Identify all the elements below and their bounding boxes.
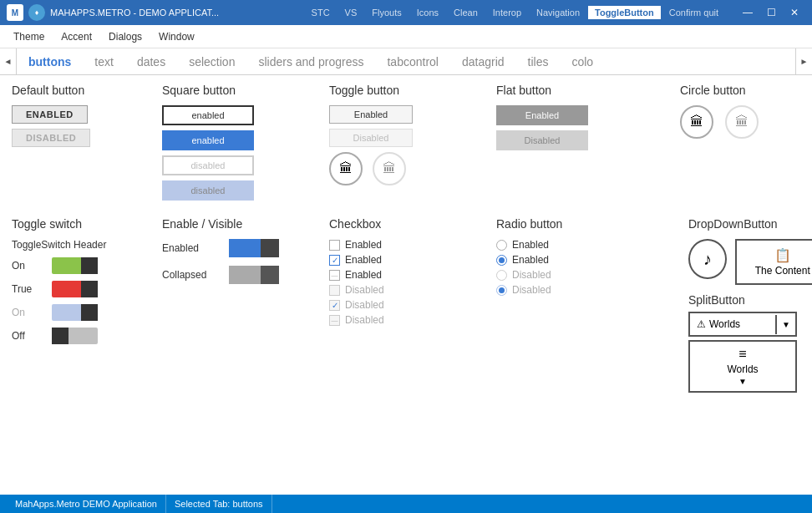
toggle-label-1: On	[12, 260, 45, 272]
split-btn-arrow-1[interactable]: ▼	[775, 315, 795, 334]
tab-confirm-quit[interactable]: Confirm quit	[662, 6, 725, 19]
tab-buttons[interactable]: buttons	[17, 48, 83, 75]
circle-btn2: 🏛	[725, 105, 759, 139]
tab-tiles[interactable]: tiles	[516, 48, 561, 75]
radio-button-section: Radio button Enabled Enabled Disabled Di…	[496, 214, 680, 393]
statusbar-app: MahApps.Metro DEMO Application	[7, 495, 166, 513]
tab-dates[interactable]: dates	[125, 48, 177, 75]
radio-1[interactable]	[496, 240, 507, 251]
tab-interop[interactable]: Interop	[486, 6, 528, 19]
tab-vs[interactable]: VS	[338, 6, 364, 19]
toggle-knob-4	[52, 328, 69, 344]
maximize-button[interactable]: ☐	[760, 4, 782, 21]
toggle-enabled[interactable]: Enabled	[329, 105, 413, 124]
square-button-section: Square button enabled enabled disabled d…	[162, 84, 329, 214]
square-enabled2[interactable]: enabled	[162, 130, 254, 150]
checkbox-3[interactable]	[329, 270, 340, 281]
radio-label-2: Enabled	[512, 254, 549, 266]
worlds-icon: ≡	[695, 347, 790, 362]
enable-row-1: Enabled	[162, 239, 321, 257]
statusbar: MahApps.Metro DEMO Application Selected …	[0, 495, 812, 513]
checkbox-row-2: Enabled	[329, 254, 488, 266]
toggle-knob-2	[81, 281, 98, 297]
square-disabled1: disabled	[162, 155, 254, 175]
enable-toggle-1[interactable]	[229, 239, 279, 257]
toggle-darkgray-part	[261, 266, 279, 284]
radio-row-3: Disabled	[496, 269, 672, 281]
dropdown-button-title: DropDownButton	[688, 217, 812, 231]
menubar: Theme Accent Dialogs Window	[0, 25, 812, 48]
square-button-title: Square button	[162, 84, 321, 97]
checkbox-1[interactable]	[329, 240, 340, 251]
circle-btn1[interactable]: 🏛	[680, 105, 713, 139]
tab-clean[interactable]: Clean	[447, 6, 485, 19]
square-enabled1[interactable]: enabled	[162, 105, 254, 125]
enable-label-2: Collapsed	[162, 269, 221, 281]
scroll-tabs: buttons text dates selection sliders and…	[17, 48, 795, 75]
split-button-title: SplitButton	[688, 293, 812, 307]
scroll-tabs-container: ◄ buttons text dates selection sliders a…	[0, 48, 812, 75]
main-content: Default button ENABLED DISABLED Square b…	[0, 75, 812, 495]
toggle-switch-2[interactable]	[52, 281, 98, 297]
menu-accent[interactable]: Accent	[54, 28, 99, 46]
toggle-switch-4[interactable]	[52, 328, 98, 344]
enable-toggle-2[interactable]	[229, 266, 279, 284]
tab-selection[interactable]: selection	[177, 48, 246, 75]
split-button-1[interactable]: ⚠ Worlds ▼	[688, 312, 797, 337]
dropdown-content-button[interactable]: 📋 The Content	[735, 239, 812, 285]
checkbox-row-3: Enabled	[329, 269, 488, 281]
radio-2[interactable]	[496, 255, 507, 266]
tab-datagrid[interactable]: datagrid	[450, 48, 516, 75]
toggle-switch-1[interactable]	[52, 257, 98, 274]
cb-label-3: Enabled	[345, 269, 382, 281]
minimize-button[interactable]: —	[737, 4, 759, 21]
tab-togglebutton[interactable]: ToggleButton	[588, 6, 661, 19]
toggle-button-title: Toggle button	[329, 84, 488, 97]
radio-3	[496, 270, 507, 281]
toggle-icon-btn2: 🏛	[373, 152, 406, 185]
tab-flyouts[interactable]: Flyouts	[365, 6, 408, 19]
flat-enabled[interactable]: Enabled	[496, 105, 588, 125]
tab-colo[interactable]: colo	[560, 48, 605, 75]
enabled-button[interactable]: ENABLED	[12, 105, 88, 124]
menu-dialogs[interactable]: Dialogs	[102, 28, 149, 46]
worlds-arrow: ▼	[695, 377, 790, 386]
toggle-knob-1	[81, 257, 98, 274]
tab-icons[interactable]: Icons	[410, 6, 445, 19]
default-button-section: Default button ENABLED DISABLED	[12, 84, 162, 214]
radio-row-4: Disabled	[496, 284, 672, 296]
toggle-knob-3	[81, 304, 98, 321]
toggle-icon-btn1[interactable]: 🏛	[329, 152, 363, 185]
toggle-label-3: On	[12, 307, 45, 318]
titlebar: M ♦ MAHAPPS.METRO - DEMO APPLICAT... STC…	[0, 0, 812, 25]
menu-window[interactable]: Window	[152, 28, 201, 46]
close-button[interactable]: ✕	[784, 4, 805, 21]
cb-label-6: Disabled	[345, 314, 384, 326]
disabled-button: DISABLED	[12, 129, 90, 147]
worlds-text: Worlds	[695, 363, 790, 375]
radio-row-1: Enabled	[496, 239, 672, 251]
split-btn-main-1: ⚠ Worlds	[690, 313, 775, 335]
checkbox-row-4: Disabled	[329, 284, 488, 296]
toggle-label-4: Off	[12, 330, 45, 342]
worlds-button[interactable]: ≡ Worlds ▼	[688, 340, 797, 393]
tab-navigation[interactable]: Navigation	[530, 6, 586, 19]
window-controls: — ☐ ✕	[737, 4, 805, 21]
tab-sliders[interactable]: sliders and progress	[246, 48, 375, 75]
toggle-disabled: Disabled	[329, 129, 413, 147]
checkbox-title: Checkbox	[329, 217, 488, 231]
split-worlds-label-1: Worlds	[709, 318, 740, 330]
checkbox-2[interactable]	[329, 255, 340, 266]
split-button-section: SplitButton ⚠ Worlds ▼ ≡ Worlds ▼	[688, 293, 812, 393]
tab-tabcontrol[interactable]: tabcontrol	[375, 48, 449, 75]
content-icon: 📋	[743, 247, 812, 263]
toggle-switch-section: Toggle switch ToggleSwitch Header On Tru…	[12, 214, 162, 393]
menu-theme[interactable]: Theme	[7, 28, 51, 46]
cb-label-2: Enabled	[345, 254, 382, 266]
tab-stc[interactable]: STC	[305, 6, 337, 19]
toggle-button-section: Toggle button Enabled Disabled 🏛 🏛	[329, 84, 496, 214]
tab-text[interactable]: text	[83, 48, 125, 75]
scroll-right-arrow[interactable]: ►	[795, 48, 812, 75]
music-button[interactable]: ♪	[688, 239, 727, 279]
scroll-left-arrow[interactable]: ◄	[0, 48, 17, 75]
